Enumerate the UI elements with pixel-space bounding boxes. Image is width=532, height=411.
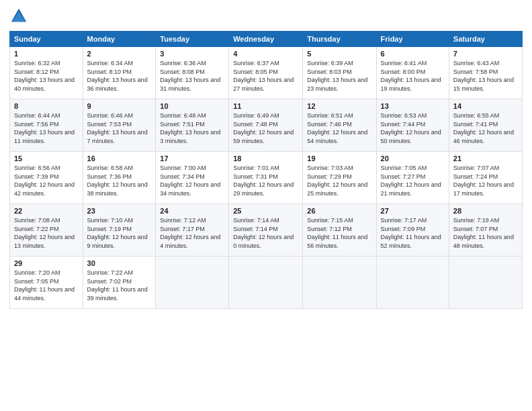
day-number: 27 <box>381 207 445 215</box>
day-number: 9 <box>87 102 152 110</box>
day-number: 14 <box>453 102 518 110</box>
day-number: 10 <box>160 102 224 110</box>
day-info: Sunrise: 7:17 AMSunset: 7:09 PMDaylight:… <box>381 216 445 250</box>
day-number: 22 <box>14 207 79 215</box>
day-info: Sunrise: 7:19 AMSunset: 7:07 PMDaylight:… <box>453 216 518 250</box>
day-info: Sunrise: 7:08 AMSunset: 7:22 PMDaylight:… <box>14 216 79 250</box>
weekday-header-thursday: Thursday <box>303 32 376 47</box>
day-info: Sunrise: 7:07 AMSunset: 7:24 PMDaylight:… <box>453 164 518 197</box>
calendar-cell: 6Sunrise: 6:41 AMSunset: 8:00 PMDaylight… <box>376 47 449 99</box>
calendar-cell <box>229 257 303 309</box>
calendar-cell: 23Sunrise: 7:10 AMSunset: 7:19 PMDayligh… <box>83 204 156 257</box>
day-info: Sunrise: 6:36 AMSunset: 8:08 PMDaylight:… <box>160 59 224 93</box>
calendar-cell: 22Sunrise: 7:08 AMSunset: 7:22 PMDayligh… <box>10 204 83 257</box>
day-number: 8 <box>14 102 79 110</box>
day-number: 2 <box>87 50 152 58</box>
weekday-header-sunday: Sunday <box>10 32 83 47</box>
calendar-week-row: 1Sunrise: 6:32 AMSunset: 8:12 PMDaylight… <box>10 47 523 99</box>
weekday-header-monday: Monday <box>83 32 156 47</box>
day-number: 28 <box>453 207 518 215</box>
day-number: 6 <box>381 50 445 58</box>
day-number: 23 <box>87 207 152 215</box>
day-number: 11 <box>233 102 298 110</box>
calendar-cell: 3Sunrise: 6:36 AMSunset: 8:08 PMDaylight… <box>156 47 229 99</box>
day-info: Sunrise: 6:43 AMSunset: 7:58 PMDaylight:… <box>453 59 518 93</box>
calendar-week-row: 8Sunrise: 6:44 AMSunset: 7:56 PMDaylight… <box>10 99 523 152</box>
calendar-cell: 27Sunrise: 7:17 AMSunset: 7:09 PMDayligh… <box>376 204 449 257</box>
day-number: 20 <box>381 154 445 163</box>
day-number: 26 <box>307 207 371 215</box>
calendar-cell: 19Sunrise: 7:03 AMSunset: 7:29 PMDayligh… <box>303 152 376 204</box>
day-number: 24 <box>160 207 224 215</box>
calendar-cell: 10Sunrise: 6:48 AMSunset: 7:51 PMDayligh… <box>156 99 229 152</box>
day-info: Sunrise: 6:39 AMSunset: 8:03 PMDaylight:… <box>307 59 371 93</box>
weekday-header-friday: Friday <box>376 32 449 47</box>
calendar-cell: 12Sunrise: 6:51 AMSunset: 7:46 PMDayligh… <box>303 99 376 152</box>
day-info: Sunrise: 6:58 AMSunset: 7:36 PMDaylight:… <box>87 164 152 197</box>
calendar-cell: 8Sunrise: 6:44 AMSunset: 7:56 PMDaylight… <box>10 99 83 152</box>
calendar-cell <box>449 257 522 309</box>
calendar-cell: 4Sunrise: 6:37 AMSunset: 8:05 PMDaylight… <box>229 47 303 99</box>
logo <box>9 7 31 26</box>
logo-icon <box>9 7 28 26</box>
calendar-week-row: 29Sunrise: 7:20 AMSunset: 7:05 PMDayligh… <box>10 257 523 309</box>
day-info: Sunrise: 6:56 AMSunset: 7:39 PMDaylight:… <box>14 164 79 197</box>
calendar-cell: 29Sunrise: 7:20 AMSunset: 7:05 PMDayligh… <box>10 257 83 309</box>
day-info: Sunrise: 7:10 AMSunset: 7:19 PMDaylight:… <box>87 216 152 250</box>
calendar-cell: 2Sunrise: 6:34 AMSunset: 8:10 PMDaylight… <box>83 47 156 99</box>
calendar-cell: 26Sunrise: 7:15 AMSunset: 7:12 PMDayligh… <box>303 204 376 257</box>
calendar-cell: 11Sunrise: 6:49 AMSunset: 7:48 PMDayligh… <box>229 99 303 152</box>
calendar-cell: 18Sunrise: 7:01 AMSunset: 7:31 PMDayligh… <box>229 152 303 204</box>
calendar-page: SundayMondayTuesdayWednesdayThursdayFrid… <box>0 0 532 411</box>
day-number: 5 <box>307 50 371 58</box>
weekday-header-saturday: Saturday <box>449 32 522 47</box>
day-info: Sunrise: 6:46 AMSunset: 7:53 PMDaylight:… <box>87 111 152 145</box>
day-info: Sunrise: 7:12 AMSunset: 7:17 PMDaylight:… <box>160 216 224 250</box>
calendar-cell: 13Sunrise: 6:53 AMSunset: 7:44 PMDayligh… <box>376 99 449 152</box>
weekday-header-row: SundayMondayTuesdayWednesdayThursdayFrid… <box>10 32 523 47</box>
day-info: Sunrise: 7:03 AMSunset: 7:29 PMDaylight:… <box>307 164 371 197</box>
header <box>9 7 523 26</box>
day-number: 3 <box>160 50 224 58</box>
calendar-cell: 30Sunrise: 7:22 AMSunset: 7:02 PMDayligh… <box>83 257 156 309</box>
calendar-week-row: 15Sunrise: 6:56 AMSunset: 7:39 PMDayligh… <box>10 152 523 204</box>
day-info: Sunrise: 6:48 AMSunset: 7:51 PMDaylight:… <box>160 111 224 145</box>
calendar-cell: 9Sunrise: 6:46 AMSunset: 7:53 PMDaylight… <box>83 99 156 152</box>
day-info: Sunrise: 6:37 AMSunset: 8:05 PMDaylight:… <box>233 59 298 93</box>
day-info: Sunrise: 7:22 AMSunset: 7:02 PMDaylight:… <box>87 269 152 302</box>
calendar-cell: 15Sunrise: 6:56 AMSunset: 7:39 PMDayligh… <box>10 152 83 204</box>
day-info: Sunrise: 6:49 AMSunset: 7:48 PMDaylight:… <box>233 111 298 145</box>
day-number: 4 <box>233 50 298 58</box>
day-number: 29 <box>14 259 79 267</box>
day-info: Sunrise: 7:15 AMSunset: 7:12 PMDaylight:… <box>307 216 371 250</box>
weekday-header-wednesday: Wednesday <box>229 32 303 47</box>
day-info: Sunrise: 6:41 AMSunset: 8:00 PMDaylight:… <box>381 59 445 93</box>
day-info: Sunrise: 6:44 AMSunset: 7:56 PMDaylight:… <box>14 111 79 145</box>
day-info: Sunrise: 7:20 AMSunset: 7:05 PMDaylight:… <box>14 269 79 302</box>
day-info: Sunrise: 7:00 AMSunset: 7:34 PMDaylight:… <box>160 164 224 197</box>
day-info: Sunrise: 6:55 AMSunset: 7:41 PMDaylight:… <box>453 111 518 145</box>
calendar-cell: 14Sunrise: 6:55 AMSunset: 7:41 PMDayligh… <box>449 99 522 152</box>
day-number: 1 <box>14 50 79 58</box>
calendar-cell: 21Sunrise: 7:07 AMSunset: 7:24 PMDayligh… <box>449 152 522 204</box>
day-info: Sunrise: 7:01 AMSunset: 7:31 PMDaylight:… <box>233 164 298 197</box>
day-number: 16 <box>87 154 152 163</box>
calendar-cell <box>156 257 229 309</box>
calendar-cell: 24Sunrise: 7:12 AMSunset: 7:17 PMDayligh… <box>156 204 229 257</box>
day-number: 17 <box>160 154 224 163</box>
calendar-cell <box>303 257 376 309</box>
day-info: Sunrise: 6:34 AMSunset: 8:10 PMDaylight:… <box>87 59 152 93</box>
day-info: Sunrise: 7:14 AMSunset: 7:14 PMDaylight:… <box>233 216 298 250</box>
day-info: Sunrise: 7:05 AMSunset: 7:27 PMDaylight:… <box>381 164 445 197</box>
day-info: Sunrise: 6:53 AMSunset: 7:44 PMDaylight:… <box>381 111 445 145</box>
calendar-cell: 7Sunrise: 6:43 AMSunset: 7:58 PMDaylight… <box>449 47 522 99</box>
day-number: 13 <box>381 102 445 110</box>
calendar-table: SundayMondayTuesdayWednesdayThursdayFrid… <box>9 31 523 309</box>
calendar-cell: 28Sunrise: 7:19 AMSunset: 7:07 PMDayligh… <box>449 204 522 257</box>
day-number: 12 <box>307 102 371 110</box>
calendar-cell: 1Sunrise: 6:32 AMSunset: 8:12 PMDaylight… <box>10 47 83 99</box>
day-number: 19 <box>307 154 371 163</box>
calendar-cell: 17Sunrise: 7:00 AMSunset: 7:34 PMDayligh… <box>156 152 229 204</box>
calendar-cell: 16Sunrise: 6:58 AMSunset: 7:36 PMDayligh… <box>83 152 156 204</box>
calendar-cell: 25Sunrise: 7:14 AMSunset: 7:14 PMDayligh… <box>229 204 303 257</box>
